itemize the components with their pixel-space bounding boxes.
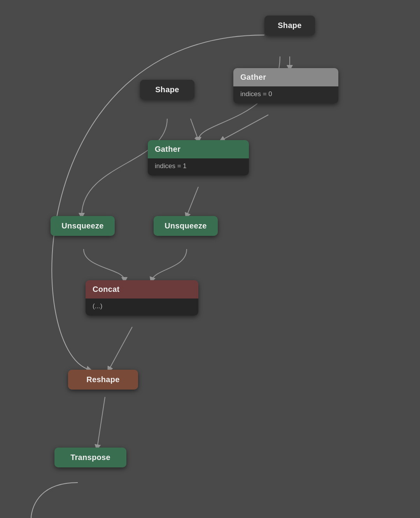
gather-0-body: indices = 0 [233,86,338,104]
transpose-label: Transpose [54,448,126,467]
concat-header: Concat [86,280,198,299]
unsqueeze-left-label: Unsqueeze [51,216,115,236]
reshape-node[interactable]: Reshape [68,370,138,390]
gather-0-header: Gather [233,68,338,86]
shape-mid-node[interactable]: Shape [140,80,194,100]
concat-body: (...) [86,299,198,316]
transpose-node[interactable]: Transpose [54,448,126,467]
connections-layer [0,0,420,518]
gather-1-node[interactable]: Gather indices = 1 [148,140,249,176]
gather-0-node[interactable]: Gather indices = 0 [233,68,338,104]
node-canvas: Shape Gather indices = 0 Shape Gather in… [0,0,420,518]
reshape-label: Reshape [68,370,138,390]
shape-mid-label: Shape [140,80,194,100]
unsqueeze-left-node[interactable]: Unsqueeze [51,216,115,236]
concat-node[interactable]: Concat (...) [86,280,198,316]
unsqueeze-right-label: Unsqueeze [154,216,218,236]
shape-top-node[interactable]: Shape [264,16,315,35]
gather-1-header: Gather [148,140,249,158]
shape-top-label: Shape [264,16,315,35]
gather-1-body: indices = 1 [148,158,249,176]
unsqueeze-right-node[interactable]: Unsqueeze [154,216,218,236]
